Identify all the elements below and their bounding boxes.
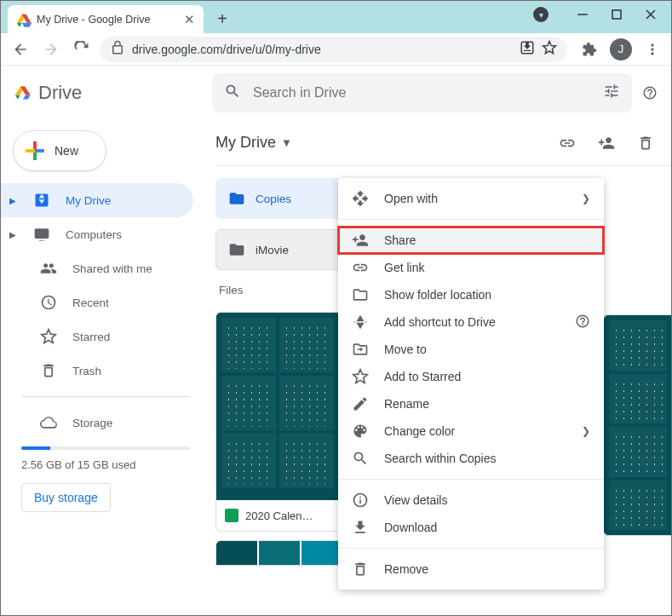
file-card-partial[interactable] — [215, 540, 345, 566]
ctx-add-shortcut[interactable]: Add shortcut to Drive — [338, 308, 604, 336]
extensions-button[interactable] — [577, 37, 601, 61]
ctx-move-to[interactable]: Move to — [338, 336, 604, 363]
folder-icon — [228, 190, 245, 207]
search-icon — [352, 450, 369, 467]
person-add-icon — [352, 232, 369, 249]
ctx-download[interactable]: Download — [338, 514, 604, 541]
folder-outline-icon — [352, 286, 369, 303]
lock-icon — [110, 40, 125, 58]
maximize-button[interactable] — [600, 4, 634, 25]
context-menu: Open with ❯ Share Get link Show folder l… — [338, 178, 604, 590]
divider — [338, 479, 604, 480]
tab-title: My Drive - Google Drive — [37, 14, 150, 26]
close-window-button[interactable] — [634, 4, 668, 25]
drive-shortcut-icon — [352, 314, 369, 331]
search-input[interactable] — [253, 85, 591, 101]
browser-tab[interactable]: My Drive - Google Drive ✕ — [8, 5, 204, 33]
browser-toolbar: drive.google.com/drive/u/0/my-drive J — [1, 33, 671, 66]
sidebar-item-recent[interactable]: Recent — [1, 285, 193, 320]
help-icon[interactable] — [575, 314, 590, 331]
storage-text: 2.56 GB of 15 GB used — [1, 458, 204, 471]
star-bookmark-icon[interactable] — [542, 40, 557, 58]
ctx-add-starred[interactable]: Add to Starred — [338, 363, 604, 390]
share-button[interactable] — [594, 131, 618, 155]
file-card-partial-right[interactable] — [603, 314, 671, 536]
search-options-icon[interactable] — [603, 83, 620, 103]
divider — [338, 548, 604, 549]
cloud-icon — [40, 414, 57, 431]
forward-button[interactable] — [38, 37, 64, 62]
breadcrumb[interactable]: My Drive ▼ — [215, 134, 292, 152]
ctx-get-link[interactable]: Get link — [338, 254, 604, 281]
minimize-button[interactable] — [566, 4, 600, 25]
chevron-down-icon: ▼ — [281, 136, 292, 149]
divider — [21, 396, 190, 397]
back-button[interactable] — [8, 37, 33, 62]
ctx-show-location[interactable]: Show folder location — [338, 281, 604, 308]
buy-storage-button[interactable]: Buy storage — [21, 483, 111, 512]
reload-button[interactable] — [69, 37, 95, 62]
download-icon — [352, 519, 369, 536]
search-box[interactable] — [212, 73, 632, 112]
sidebar-item-trash[interactable]: Trash — [1, 354, 193, 388]
open-with-icon — [352, 190, 369, 207]
mydrive-icon — [33, 192, 50, 209]
move-icon — [352, 341, 369, 358]
edit-icon — [352, 395, 369, 412]
sidebar-item-starred[interactable]: Starred — [1, 320, 193, 354]
folder-copies[interactable]: Copies — [215, 178, 345, 219]
shared-icon — [40, 260, 57, 277]
caret-right-icon: ▶ — [9, 196, 18, 205]
drive-favicon-icon — [16, 13, 30, 26]
product-name: Drive — [38, 82, 82, 104]
link-icon — [352, 259, 369, 276]
caret-right-icon: ▶ — [9, 230, 18, 239]
computers-icon — [33, 226, 50, 243]
info-icon — [352, 492, 369, 509]
window-controls: ▾ — [533, 1, 671, 33]
sidebar-item-mydrive[interactable]: ▶ My Drive — [1, 183, 193, 217]
install-app-icon[interactable] — [520, 40, 535, 58]
sidebar-item-computers[interactable]: ▶ Computers — [1, 217, 193, 251]
svg-rect-2 — [612, 10, 621, 19]
sheets-icon — [225, 509, 238, 522]
profile-avatar[interactable]: J — [610, 38, 632, 60]
sidebar-item-shared[interactable]: Shared with me — [1, 251, 193, 285]
file-name: 2020 Calen… — [245, 509, 313, 522]
browser-titlebar: My Drive - Google Drive ✕ + ▾ — [1, 1, 671, 33]
url-text: drive.google.com/drive/u/0/my-drive — [132, 43, 321, 56]
ctx-view-details[interactable]: View details — [338, 486, 604, 514]
remove-button[interactable] — [634, 131, 658, 155]
svg-rect-1 — [577, 14, 588, 15]
chevron-right-icon: ❯ — [582, 193, 590, 204]
clock-icon — [40, 294, 57, 311]
new-tab-button[interactable]: + — [210, 7, 234, 31]
file-card[interactable]: 2020 Calen… — [215, 312, 345, 532]
folder-icon — [228, 241, 245, 258]
ctx-remove[interactable]: Remove — [338, 556, 604, 583]
ctx-change-color[interactable]: Change color ❯ — [338, 417, 604, 445]
star-icon — [40, 328, 57, 345]
ctx-open-with[interactable]: Open with ❯ — [338, 185, 604, 212]
trash-icon — [40, 362, 57, 379]
address-bar[interactable]: drive.google.com/drive/u/0/my-drive — [100, 37, 567, 62]
ctx-share[interactable]: Share — [338, 227, 604, 254]
ctx-search-within[interactable]: Search within Copies — [338, 445, 604, 472]
drive-logo-icon — [14, 84, 32, 101]
sidebar-item-storage[interactable]: Storage — [1, 406, 193, 440]
drive-logo[interactable]: Drive — [14, 82, 202, 104]
chevron-right-icon: ❯ — [582, 425, 590, 437]
file-thumbnail — [216, 313, 344, 500]
ctx-rename[interactable]: Rename — [338, 390, 604, 417]
folder-imovie[interactable]: iMovie — [215, 229, 345, 270]
browser-menu-button[interactable] — [640, 37, 664, 61]
divider — [338, 219, 604, 220]
get-link-button[interactable] — [555, 131, 579, 155]
tab-close-button[interactable]: ✕ — [184, 12, 195, 27]
search-icon — [224, 83, 241, 103]
drive-header: Drive — [1, 66, 671, 120]
browsing-mode-icon[interactable]: ▾ — [533, 7, 549, 22]
new-button[interactable]: New — [13, 130, 106, 171]
support-button[interactable] — [642, 81, 658, 105]
star-icon — [352, 368, 369, 385]
